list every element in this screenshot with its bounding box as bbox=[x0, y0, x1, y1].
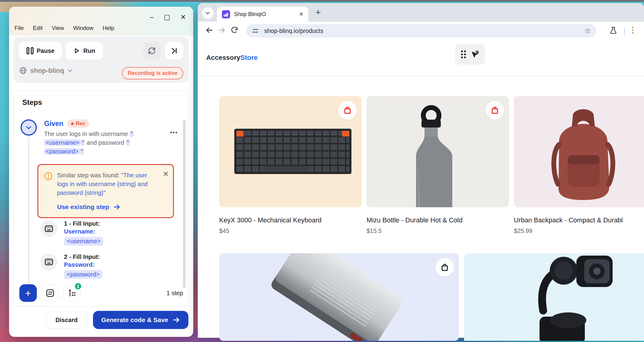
back-arrow-icon bbox=[205, 26, 213, 34]
discard-button[interactable]: Discard bbox=[45, 311, 88, 329]
tab-search-button[interactable] bbox=[202, 7, 213, 19]
reload-icon bbox=[230, 26, 239, 34]
product-image-backpack bbox=[514, 96, 644, 207]
keyboard-icon bbox=[40, 253, 57, 270]
bookmark-star-icon[interactable]: ☆ bbox=[584, 27, 591, 35]
step-connector-line bbox=[28, 137, 30, 286]
rec-badge: Rec bbox=[67, 119, 89, 128]
experiments-button[interactable] bbox=[609, 26, 617, 36]
add-step-button[interactable]: + bbox=[19, 284, 37, 302]
powerbank-label-text bbox=[310, 263, 383, 327]
header-divider bbox=[198, 76, 644, 76]
skip-icon bbox=[170, 47, 178, 55]
flow-list-icon bbox=[67, 289, 76, 298]
forward-button[interactable] bbox=[218, 26, 226, 36]
similar-step-warning: Similar step was found: "The user logs i… bbox=[37, 164, 174, 218]
play-icon bbox=[73, 47, 80, 54]
close-icon[interactable]: ✕ bbox=[163, 170, 169, 178]
new-tab-button[interactable]: + bbox=[316, 8, 321, 17]
steps-scrollbar[interactable] bbox=[183, 120, 186, 288]
quote-chip: " bbox=[130, 131, 133, 137]
keyboard-knob-key bbox=[342, 131, 349, 137]
recorder-actions: Discard Generate code & Save bbox=[45, 311, 188, 329]
generate-code-save-button[interactable]: Generate code & Save bbox=[93, 311, 188, 329]
tab-close-icon[interactable]: ✕ bbox=[299, 11, 303, 18]
add-to-cart-button[interactable] bbox=[485, 101, 504, 120]
toolbar-divider bbox=[624, 27, 625, 35]
plus-icon: + bbox=[25, 287, 31, 299]
collapse-step-button[interactable] bbox=[21, 119, 37, 136]
tab-strip: Shop BlinqIO ✕ + bbox=[198, 3, 644, 22]
test-data-button[interactable] bbox=[42, 285, 59, 302]
steps-panel: Steps Given Rec The user logs in with us… bbox=[14, 91, 189, 306]
menu-window[interactable]: Window bbox=[73, 25, 94, 31]
shopping-bag-icon bbox=[490, 106, 499, 115]
browser-menu-button[interactable]: ⋮ bbox=[629, 25, 637, 35]
project-selector[interactable]: shop-blinq bbox=[19, 66, 73, 75]
recorder-window: – ▢ ✕ File Edit View Window Help Pause R… bbox=[9, 7, 193, 337]
step-forward-button[interactable] bbox=[165, 42, 183, 60]
product-name[interactable]: Urban Backpack - Compact & Durabl bbox=[514, 216, 644, 224]
site-settings-icon[interactable] bbox=[252, 27, 259, 35]
address-bar[interactable]: shop-blinq.io/products ☆ bbox=[246, 24, 596, 37]
menu-view[interactable]: View bbox=[52, 25, 64, 31]
username-param-chip[interactable]: <username> bbox=[44, 139, 81, 146]
substep-field: Username: bbox=[64, 228, 103, 235]
quote-chip: " bbox=[126, 139, 130, 146]
quote-chip: " bbox=[80, 148, 84, 155]
recording-status-badge: Recording is active bbox=[122, 67, 183, 79]
product-card[interactable]: Urban Backpack - Compact & Durabl $25.99 bbox=[514, 96, 644, 234]
product-name[interactable]: Mizu Bottle - Durable Hot & Cold bbox=[367, 216, 509, 224]
run-button[interactable]: Run bbox=[66, 42, 103, 60]
add-to-cart-button[interactable] bbox=[338, 101, 357, 120]
recorder-overlay-widget[interactable] bbox=[455, 44, 485, 65]
product-card-powerbank[interactable] bbox=[219, 253, 459, 341]
steps-flow-button[interactable]: 1 bbox=[63, 285, 80, 302]
product-image-keyboard bbox=[219, 96, 362, 207]
warning-text: Similar step was found: "The user logs i… bbox=[57, 171, 153, 197]
substep-value-chip[interactable]: <username> bbox=[64, 237, 103, 246]
step-menu-button[interactable]: ••• bbox=[170, 130, 178, 136]
back-button[interactable] bbox=[205, 26, 213, 36]
keyboard-photo bbox=[234, 129, 351, 174]
password-param-chip[interactable]: <password> bbox=[44, 148, 80, 155]
backpack-photo bbox=[514, 96, 644, 207]
substep-fill-username[interactable]: 1 - Fill Input: Username: <username> bbox=[40, 220, 103, 246]
recorder-toolbar: Pause Run shop-blinq Recording is active bbox=[14, 37, 189, 83]
tab-shop-blinqio[interactable]: Shop BlinqIO ✕ bbox=[217, 7, 308, 22]
refresh-button[interactable] bbox=[143, 42, 161, 60]
product-name[interactable]: KeyX 3000 - Mechanical Keyboard bbox=[219, 216, 362, 224]
forward-arrow-icon bbox=[218, 26, 226, 34]
pause-icon bbox=[27, 47, 34, 54]
menu-edit[interactable]: Edit bbox=[33, 25, 43, 31]
substep-fill-password[interactable]: 2 - Fill Input: Password: <password> bbox=[40, 253, 102, 279]
menu-help[interactable]: Help bbox=[103, 25, 114, 31]
use-existing-step-link[interactable]: Use existing step bbox=[57, 203, 168, 211]
browser-window: Shop BlinqIO ✕ + shop-blinq.io/products … bbox=[198, 3, 644, 338]
url-text[interactable]: shop-blinq.io/products bbox=[264, 27, 579, 34]
steps-footer: + 1 1 step bbox=[19, 284, 183, 302]
quote-chip: " bbox=[81, 139, 85, 146]
substep-value-chip[interactable]: <password> bbox=[64, 270, 102, 279]
given-text-prefix: The user logs in with username bbox=[44, 131, 130, 137]
drag-handle-icon[interactable] bbox=[461, 50, 466, 58]
close-icon[interactable]: ✕ bbox=[181, 14, 186, 21]
product-card[interactable]: KeyX 3000 - Mechanical Keyboard $45 bbox=[219, 96, 362, 234]
product-card[interactable]: Mizu Bottle - Durable Hot & Cold $15.5 bbox=[367, 96, 509, 234]
refresh-icon bbox=[148, 47, 156, 55]
shopping-bag-icon bbox=[343, 106, 352, 115]
minimize-icon[interactable]: – bbox=[150, 14, 154, 21]
maximize-icon[interactable]: ▢ bbox=[164, 14, 170, 21]
chevron-down-icon bbox=[25, 124, 32, 131]
reload-button[interactable] bbox=[230, 26, 239, 35]
tab-title: Shop BlinqIO bbox=[234, 11, 295, 18]
given-step-text[interactable]: The user logs in with username " <userna… bbox=[44, 130, 146, 156]
menu-bar: File Edit View Window Help bbox=[14, 25, 114, 31]
product-price: $45 bbox=[219, 227, 362, 234]
given-text-middle: and password bbox=[85, 139, 126, 146]
store-logo[interactable]: AccessoryStore bbox=[206, 54, 258, 62]
add-to-cart-button[interactable] bbox=[435, 258, 454, 277]
menu-file[interactable]: File bbox=[14, 25, 24, 31]
pause-button[interactable]: Pause bbox=[19, 42, 62, 60]
product-card-gimbal[interactable] bbox=[464, 253, 644, 341]
